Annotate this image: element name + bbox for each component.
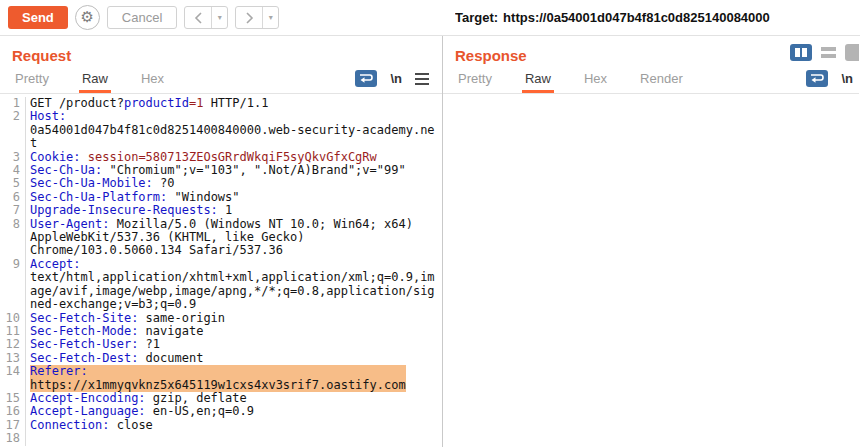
code-line[interactable]: 14Referer:: [0, 365, 442, 378]
line-number: 4: [0, 164, 26, 177]
line-number: [0, 298, 26, 311]
code-line[interactable]: t: [0, 137, 442, 150]
line-number: 10: [0, 312, 26, 325]
target-label: Target:: [455, 10, 498, 25]
target-url-value: https://0a54001d047b4f81c0d825140084000: [503, 10, 770, 25]
code-line[interactable]: AppleWebKit/537.36 (KHTML, like Gecko): [0, 231, 442, 244]
tab-request-raw[interactable]: Raw: [79, 65, 111, 93]
request-panel: Request Pretty Raw Hex \n 1GET /product?…: [0, 36, 443, 447]
code-line[interactable]: ned-exchange;v=b3;q=0.9: [0, 298, 442, 311]
back-dropdown-arrow-icon[interactable]: ▾: [211, 7, 227, 28]
line-number: 9: [0, 258, 26, 271]
line-number: [0, 244, 26, 257]
newline-toggle-icon[interactable]: \n: [841, 71, 853, 86]
line-number: 5: [0, 177, 26, 190]
back-button[interactable]: ▾: [184, 6, 228, 29]
line-number: [0, 231, 26, 244]
line-number: [0, 137, 26, 150]
code-line[interactable]: 3Cookie: session=580713ZEOsGRrdWkqiF5syQ…: [0, 151, 442, 164]
line-number: [0, 285, 26, 298]
tab-response-hex[interactable]: Hex: [581, 65, 610, 93]
code-line[interactable]: Chrome/103.0.5060.134 Safari/537.36: [0, 244, 442, 257]
code-line[interactable]: 12Sec-Fetch-User: ?1: [0, 338, 442, 351]
line-number: 6: [0, 191, 26, 204]
code-line[interactable]: 7Upgrade-Insecure-Requests: 1: [0, 204, 442, 217]
response-editor[interactable]: [443, 94, 859, 97]
chevron-left-icon[interactable]: [185, 7, 211, 28]
line-number: [0, 124, 26, 137]
code-line[interactable]: 13Sec-Fetch-Dest: document: [0, 352, 442, 365]
line-number: [0, 271, 26, 284]
request-panel-title: Request: [0, 36, 442, 64]
line-number: 16: [0, 405, 26, 418]
code-line[interactable]: 15Accept-Encoding: gzip, deflate: [0, 392, 442, 405]
code-line[interactable]: 6Sec-Ch-Ua-Platform: "Windows": [0, 191, 442, 204]
code-line[interactable]: age/avif,image/webp,image/apng,*/*;q=0.8…: [0, 285, 442, 298]
code-line[interactable]: text/html,application/xhtml+xml,applicat…: [0, 271, 442, 284]
request-editor-lines: 1GET /product?productId=1 HTTP/1.12Host:…: [0, 97, 442, 446]
line-number: 12: [0, 338, 26, 351]
code-line[interactable]: 0a54001d047b4f81c0d8251400840000.web-sec…: [0, 124, 442, 137]
response-tabs: Pretty Raw Hex Render \n: [443, 64, 859, 94]
line-number: 8: [0, 218, 26, 231]
cancel-button[interactable]: Cancel: [107, 6, 177, 29]
code-line[interactable]: 10Sec-Fetch-Site: same-origin: [0, 312, 442, 325]
request-tabs: Pretty Raw Hex \n: [0, 64, 442, 94]
word-wrap-icon[interactable]: [355, 70, 377, 87]
menu-icon[interactable]: [415, 73, 429, 85]
request-editor[interactable]: 1GET /product?productId=1 HTTP/1.12Host:…: [0, 94, 442, 447]
layout-single-icon[interactable]: [845, 44, 859, 61]
tab-response-pretty[interactable]: Pretty: [455, 65, 495, 93]
chevron-right-icon[interactable]: [236, 7, 262, 28]
code-line[interactable]: 18: [0, 432, 442, 445]
line-number: 11: [0, 325, 26, 338]
code-line[interactable]: 1GET /product?productId=1 HTTP/1.1: [0, 97, 442, 110]
response-panel: Response Pretty Raw Hex Render \n: [443, 36, 859, 447]
line-number: 3: [0, 151, 26, 164]
code-line[interactable]: https://x1mmyqvknz5x645119w1cxs4xv3srif7…: [0, 379, 442, 392]
line-number: [0, 379, 26, 392]
line-number: 2: [0, 110, 26, 123]
code-line[interactable]: 5Sec-Ch-Ua-Mobile: ?0: [0, 177, 442, 190]
repeater-toolbar: Send ⚙ Cancel ▾ ▾ Target: https://0a5400…: [0, 0, 860, 36]
forward-dropdown-arrow-icon[interactable]: ▾: [262, 7, 278, 28]
code-line[interactable]: 9Accept:: [0, 258, 442, 271]
tab-request-hex[interactable]: Hex: [138, 65, 167, 93]
code-line[interactable]: 8User-Agent: Mozilla/5.0 (Windows NT 10.…: [0, 218, 442, 231]
line-number: 7: [0, 204, 26, 217]
line-number: 13: [0, 352, 26, 365]
newline-toggle-icon[interactable]: \n: [390, 71, 402, 86]
gear-icon[interactable]: ⚙: [75, 5, 100, 30]
code-line[interactable]: 11Sec-Fetch-Mode: navigate: [0, 325, 442, 338]
target-url: Target: https://0a54001d047b4f81c0d82514…: [455, 0, 860, 35]
code-line[interactable]: 16Accept-Language: en-US,en;q=0.9: [0, 405, 442, 418]
tab-response-render[interactable]: Render: [637, 65, 686, 93]
layout-rows-icon[interactable]: [821, 47, 836, 58]
line-number: 18: [0, 432, 26, 445]
line-number: 17: [0, 419, 26, 432]
line-number: 14: [0, 365, 26, 378]
word-wrap-icon[interactable]: [806, 70, 828, 87]
tab-response-raw[interactable]: Raw: [522, 65, 554, 93]
send-button[interactable]: Send: [8, 6, 68, 29]
tab-request-pretty[interactable]: Pretty: [12, 65, 52, 93]
code-line[interactable]: 17Connection: close: [0, 419, 442, 432]
layout-switcher: [790, 44, 859, 61]
code-line[interactable]: 2Host:: [0, 110, 442, 123]
layout-columns-icon[interactable]: [790, 44, 812, 61]
code-line[interactable]: 4Sec-Ch-Ua: "Chromium";v="103", ".Not/A)…: [0, 164, 442, 177]
forward-button[interactable]: ▾: [235, 6, 279, 29]
line-number: 1: [0, 97, 26, 110]
line-number: 15: [0, 392, 26, 405]
